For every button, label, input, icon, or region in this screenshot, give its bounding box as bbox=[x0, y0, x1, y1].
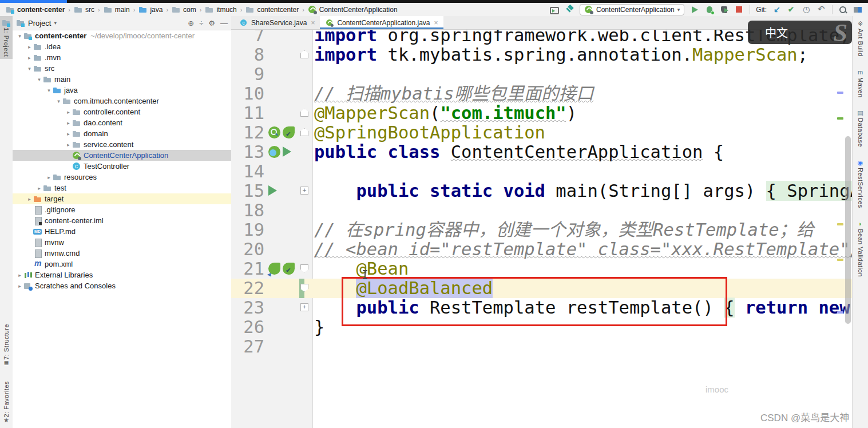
code-line-12[interactable]: 12@SpringBootApplication bbox=[231, 123, 853, 142]
chevron-down-icon[interactable]: ▾ bbox=[54, 20, 57, 26]
tree-item-ContentCenterApplication[interactable]: ContentCenterApplication bbox=[13, 150, 231, 161]
locate-icon[interactable]: ⊕ bbox=[188, 19, 194, 27]
tree-expand-arrow[interactable]: ▸ bbox=[26, 44, 33, 50]
history-icon[interactable] bbox=[802, 5, 811, 14]
breadcrumb-item-com[interactable]: com bbox=[171, 5, 197, 14]
tree-item-target[interactable]: ▸target bbox=[13, 193, 231, 204]
breadcrumb-item-ContentCenterApplication[interactable]: ContentCenterApplication bbox=[307, 5, 399, 14]
rollback-icon[interactable] bbox=[817, 5, 826, 14]
stripe-tab-structure[interactable]: 7: Structure≣ bbox=[3, 322, 10, 368]
tree-item-domain[interactable]: ▸domain bbox=[13, 128, 231, 139]
code-line-20[interactable]: 20// <bean id="restTemplate" class="xxx.… bbox=[231, 240, 853, 259]
scan-gutter-icon[interactable] bbox=[268, 126, 280, 138]
tree-item-.mvn[interactable]: ▸.mvn bbox=[13, 52, 231, 63]
code-line-22[interactable]: 22 @LoadBalanced bbox=[231, 279, 853, 298]
tree-item-java[interactable]: ▾java bbox=[13, 85, 231, 96]
tree-item-test[interactable]: ▸test bbox=[13, 183, 231, 193]
run-gutter-icon[interactable] bbox=[283, 146, 291, 157]
boot-gutter-icon[interactable] bbox=[268, 146, 280, 158]
code-line-9[interactable]: 9 bbox=[231, 65, 853, 84]
tree-item-controller.content[interactable]: ▸controller.content bbox=[13, 106, 231, 117]
stripe-tab-database[interactable]: ▤Database bbox=[857, 110, 864, 147]
tree-item-mvnw.cmd[interactable]: mvnw.cmd bbox=[13, 248, 231, 259]
tree-item-service.content[interactable]: ▸service.content bbox=[13, 139, 231, 150]
tree-expand-arrow[interactable]: ▾ bbox=[55, 98, 62, 104]
code-line-13[interactable]: 13public class ContentCenterApplication … bbox=[231, 142, 853, 162]
stripe-tab-favorites[interactable]: 2: Favorites★ bbox=[3, 379, 10, 426]
tree-expand-arrow[interactable]: ▾ bbox=[16, 33, 23, 39]
code-line-26[interactable]: 26} bbox=[231, 318, 853, 337]
tree-expand-arrow[interactable]: ▸ bbox=[35, 185, 43, 191]
code-editor[interactable]: 7import org.springframework.web.client.R… bbox=[231, 30, 853, 428]
tree-item-Scratches and Consoles[interactable]: ▸Scratches and Consoles bbox=[13, 280, 231, 291]
tree-expand-arrow[interactable]: ▸ bbox=[26, 196, 33, 202]
tree-item-mvnw[interactable]: mvnw bbox=[13, 237, 231, 248]
code-line-15[interactable]: 15 public static void main(String[] args… bbox=[231, 181, 853, 201]
code-line-18[interactable]: 18 bbox=[231, 201, 853, 220]
fold-marker-icon[interactable] bbox=[300, 264, 308, 272]
stripe-tab-project[interactable]: 1: Project bbox=[0, 16, 13, 59]
run-tool-window-icon[interactable] bbox=[550, 7, 559, 14]
stripe-tab-bean-validation[interactable]: ◗Bean Validation bbox=[857, 221, 864, 277]
tree-item-content-center[interactable]: ▾content-center~/develop/imooc/content-c… bbox=[13, 30, 231, 41]
code-line-14[interactable]: 14 bbox=[231, 162, 853, 181]
breadcrumb-item-java[interactable]: java bbox=[137, 5, 164, 14]
run-icon[interactable] bbox=[690, 5, 699, 14]
tree-item-.gitignore[interactable]: .gitignore bbox=[13, 204, 231, 215]
tree-expand-arrow[interactable]: ▸ bbox=[65, 120, 72, 126]
fold-marker-icon[interactable] bbox=[300, 109, 308, 117]
code-line-21[interactable]: 21 @Bean bbox=[231, 259, 853, 279]
tree-item-com.itmuch.contentcenter[interactable]: ▾com.itmuch.contentcenter bbox=[13, 96, 231, 106]
run-configuration-select[interactable]: ContentCenterApplication▾ bbox=[580, 4, 684, 15]
breadcrumb-item-content-center[interactable]: content-center bbox=[5, 5, 66, 14]
tree-expand-arrow[interactable]: ▾ bbox=[35, 77, 43, 82]
fold-marker-icon[interactable] bbox=[300, 128, 308, 136]
commit-icon[interactable] bbox=[787, 5, 796, 14]
build-hammer-icon[interactable] bbox=[565, 5, 574, 14]
debug-icon[interactable] bbox=[705, 5, 714, 14]
tree-item-External Libraries[interactable]: ▸External Libraries bbox=[13, 270, 231, 280]
breadcrumb-item-contentcenter[interactable]: contentcenter bbox=[244, 5, 300, 14]
tool-windows-icon[interactable] bbox=[853, 5, 862, 14]
settings-gear-icon[interactable]: ⚙ bbox=[208, 19, 215, 27]
close-tab-icon[interactable]: × bbox=[311, 19, 315, 27]
close-tab-icon[interactable]: × bbox=[434, 19, 438, 27]
tree-expand-arrow[interactable]: ▸ bbox=[45, 175, 53, 180]
stripe-tab-ant-build[interactable]: ※Ant Build bbox=[857, 21, 864, 57]
code-line-27[interactable]: 27 bbox=[231, 337, 853, 356]
tree-expand-arrow[interactable]: ▸ bbox=[65, 131, 72, 137]
search-everywhere-icon[interactable] bbox=[838, 5, 847, 14]
tree-expand-arrow[interactable]: ▸ bbox=[26, 55, 33, 61]
tree-expand-arrow[interactable]: ▸ bbox=[65, 142, 72, 148]
editor-scrollbar[interactable] bbox=[845, 136, 851, 324]
tree-item-content-center.iml[interactable]: content-center.iml bbox=[13, 215, 231, 226]
tree-item-src[interactable]: ▾src bbox=[13, 63, 231, 74]
tree-item-dao.content[interactable]: ▸dao.content bbox=[13, 117, 231, 128]
update-project-icon[interactable] bbox=[772, 5, 782, 14]
collapse-all-icon[interactable]: ÷ bbox=[199, 19, 203, 27]
fold-marker-icon[interactable] bbox=[300, 50, 308, 58]
tree-item-resources[interactable]: ▸resources bbox=[13, 172, 231, 183]
beancheck-gutter-icon[interactable] bbox=[283, 126, 295, 138]
tree-item-.idea[interactable]: ▸.idea bbox=[13, 41, 231, 52]
editor-tab-ShareService.java[interactable]: ShareService.java× bbox=[234, 16, 320, 29]
beancheck-gutter-icon[interactable] bbox=[283, 263, 295, 275]
editor-tab-ContentCenterApplication.java[interactable]: ContentCenterApplication.java× bbox=[320, 16, 443, 29]
hide-panel-icon[interactable]: — bbox=[220, 19, 228, 27]
tree-expand-arrow[interactable]: ▾ bbox=[45, 88, 53, 93]
tree-item-main[interactable]: ▾main bbox=[13, 74, 231, 85]
coverage-icon[interactable] bbox=[720, 5, 729, 14]
code-line-23[interactable]: 23 public RestTemplate restTemplate() { … bbox=[231, 298, 853, 318]
tree-item-pom.xml[interactable]: pom.xml bbox=[13, 259, 231, 270]
stop-icon[interactable] bbox=[735, 5, 744, 14]
tree-item-TestController[interactable]: TestController bbox=[13, 161, 231, 172]
fold-marker-icon[interactable] bbox=[300, 303, 308, 311]
stripe-tab-restservices[interactable]: ◉RestServices bbox=[857, 160, 864, 208]
breadcrumb-item-itmuch[interactable]: itmuch bbox=[204, 5, 237, 14]
tree-expand-arrow[interactable]: ▸ bbox=[65, 109, 72, 115]
breadcrumb-item-src[interactable]: src bbox=[73, 5, 96, 14]
project-panel-title[interactable]: Project bbox=[28, 19, 51, 27]
tree-expand-arrow[interactable]: ▸ bbox=[16, 283, 23, 289]
code-line-8[interactable]: 8import tk.mybatis.spring.annotation.Map… bbox=[231, 45, 853, 65]
run-gutter-icon[interactable] bbox=[268, 185, 277, 196]
